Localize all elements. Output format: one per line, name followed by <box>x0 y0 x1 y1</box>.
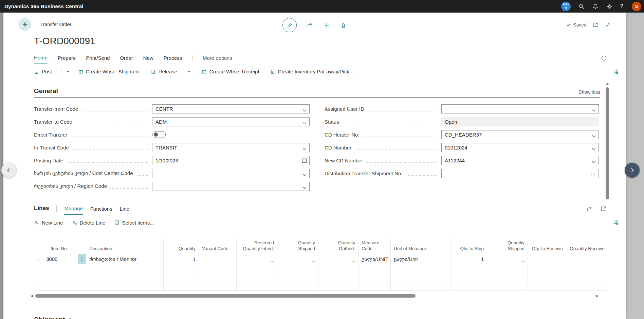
chevron-down-icon[interactable] <box>302 185 307 191</box>
select-items-button[interactable]: Select items... <box>114 220 154 226</box>
scrollbar-thumb[interactable] <box>606 87 609 199</box>
post-dropdown-chevron[interactable] <box>66 70 70 73</box>
tab-print-send[interactable]: Print/Send <box>86 55 110 64</box>
new-line-button[interactable]: New Line <box>34 220 63 226</box>
delete-button[interactable] <box>340 22 347 29</box>
collapse-icon[interactable] <box>605 21 611 28</box>
open-in-new-window-icon[interactable] <box>592 21 599 28</box>
cell-unit-of-measure[interactable]: ცალი/Unit <box>391 254 452 264</box>
post-button[interactable]: Post... <box>34 69 56 74</box>
tab-process[interactable]: Process <box>164 55 182 64</box>
tab-home[interactable]: Home <box>34 55 48 64</box>
cell-unit-of-measure-code[interactable]: ცალი/UNIT <box>358 254 391 264</box>
col-unit-of-measure-code[interactable]: Unit of Measure Code <box>358 239 391 254</box>
general-vertical-scrollbar[interactable] <box>606 83 609 201</box>
lines-pin-icon[interactable] <box>613 219 619 226</box>
create-whse-shipment-button[interactable]: Create Whse. Shipment <box>78 69 140 74</box>
transfer-from-code-input[interactable]: CENTR <box>152 104 310 113</box>
more-options[interactable]: More options <box>203 55 232 64</box>
cell-item-no[interactable]: 3000 <box>43 254 78 264</box>
edit-button[interactable] <box>282 18 297 32</box>
table-row-empty[interactable] <box>34 282 608 291</box>
chevron-down-icon[interactable] <box>302 120 307 126</box>
tab-new[interactable]: New <box>143 55 153 64</box>
previous-record-button[interactable] <box>1 163 16 178</box>
in-transit-code-input[interactable]: TRANSIT <box>152 143 310 152</box>
chevron-down-icon[interactable] <box>302 146 307 152</box>
lines-share-icon[interactable] <box>587 206 593 212</box>
environment-badge[interactable]: MAIN <box>561 2 571 11</box>
tab-prepare[interactable]: Prepare <box>58 55 76 64</box>
new-document-button[interactable] <box>324 22 330 29</box>
pin-icon[interactable] <box>613 69 619 75</box>
assist-edit-icon[interactable]: … <box>591 171 596 176</box>
lines-tab-functions[interactable]: Functions <box>90 206 112 215</box>
cell-qty-to-ship[interactable]: 1 <box>452 254 487 264</box>
posting-date-input[interactable]: 1/10/2023 <box>152 156 310 165</box>
col-qty-to-ship[interactable]: Qty. to Ship <box>452 239 487 254</box>
cost-center-code-input[interactable] <box>152 169 310 178</box>
scroll-up-arrow[interactable] <box>606 83 609 85</box>
chevron-down-icon[interactable] <box>302 172 307 178</box>
back-button[interactable] <box>18 18 31 31</box>
cell-qty-to-receive[interactable] <box>528 254 566 264</box>
col-quantity-shipped[interactable]: Quantity Shipped <box>487 239 528 254</box>
release-dropdown-chevron[interactable] <box>187 70 191 73</box>
direct-transfer-toggle[interactable] <box>152 131 166 138</box>
col-item-no[interactable]: Item No. <box>43 239 78 254</box>
chevron-down-icon[interactable] <box>592 107 596 113</box>
assigned-user-id-input[interactable] <box>441 104 599 113</box>
col-variant-code[interactable]: Variant Code <box>199 239 237 254</box>
chevron-down-icon[interactable] <box>592 146 596 152</box>
chevron-down-icon[interactable] <box>592 159 596 165</box>
new-cd-number-input[interactable]: A112244 <box>441 156 599 165</box>
cd-header-no-input[interactable]: CD_HEADER37 <box>441 130 599 139</box>
notifications-bell-icon[interactable] <box>592 3 599 10</box>
lines-tab-manage[interactable]: Manage <box>64 206 82 215</box>
help-icon[interactable]: ? <box>620 3 623 10</box>
region-code-input[interactable] <box>152 182 310 191</box>
release-button[interactable]: Release <box>151 69 177 74</box>
col-qty-to-receive[interactable]: Qty. to Receive <box>528 239 566 254</box>
create-whse-receipt-button[interactable]: Create Whse. Receipt <box>202 69 259 74</box>
calendar-icon[interactable] <box>302 158 307 164</box>
table-row[interactable]: 3000 ⋮ მონიტორი / Monitor 1 _ _ _ ცალი/U… <box>34 254 608 264</box>
settings-gear-icon[interactable] <box>606 3 612 10</box>
scroll-left-arrow[interactable]: ◀ <box>31 294 34 298</box>
transfer-to-code-input[interactable]: ADM <box>152 117 310 126</box>
col-reserved-qty-shipped[interactable]: Reserved Quantity Shipped <box>277 239 318 254</box>
distribution-transfer-shipment-no-input[interactable]: … <box>441 169 599 178</box>
lines-tab-line[interactable]: Line <box>120 206 129 215</box>
search-icon[interactable] <box>578 3 585 10</box>
col-unit-of-measure[interactable]: Unit of Measure <box>391 239 452 254</box>
chevron-down-icon[interactable] <box>592 133 596 139</box>
cell-description[interactable]: მონიტორი / Monitor <box>86 254 164 264</box>
row-more-options-icon[interactable]: ⋮ <box>78 254 86 264</box>
table-row-empty[interactable] <box>34 273 608 282</box>
share-button[interactable] <box>307 22 313 29</box>
table-row-empty[interactable] <box>34 264 608 273</box>
col-quantity-receive[interactable]: Quantity Receive <box>566 239 608 254</box>
info-icon[interactable] <box>601 55 607 61</box>
cell-variant-code[interactable] <box>199 254 237 264</box>
col-description[interactable]: Description <box>86 239 164 254</box>
user-avatar[interactable]: S <box>632 2 641 11</box>
delete-line-button[interactable]: Delete Line <box>72 220 106 226</box>
show-less-link[interactable]: Show less <box>578 89 600 95</box>
col-reserved-qty-inbnd[interactable]: Reserved Quantity Inbnd. <box>237 239 277 254</box>
cell-reserved-qty-outbnd[interactable]: _ <box>318 254 358 264</box>
hscrollbar-thumb[interactable] <box>35 294 416 298</box>
cell-quantity[interactable]: 1 <box>164 254 199 264</box>
col-reserved-qty-outbnd[interactable]: Reserved Quantity Outbnd. <box>318 239 358 254</box>
shipment-section-header[interactable]: Shipment <box>34 316 626 319</box>
cd-number-input[interactable]: 01012024 <box>441 143 599 152</box>
cell-reserved-qty-inbnd[interactable]: _ <box>237 254 277 264</box>
next-record-button[interactable] <box>625 163 640 178</box>
tab-order[interactable]: Order <box>120 55 133 64</box>
cell-quantity-receive[interactable] <box>566 254 608 264</box>
table-horizontal-scrollbar[interactable]: ◀ ▶ <box>31 294 599 298</box>
lines-open-in-excel-icon[interactable] <box>601 206 607 212</box>
cell-reserved-qty-shipped[interactable]: _ <box>277 254 318 264</box>
scroll-right-arrow[interactable]: ▶ <box>596 294 599 298</box>
create-inventory-putaway-button[interactable]: Create Inventory Put-away/Pick... <box>270 69 354 74</box>
